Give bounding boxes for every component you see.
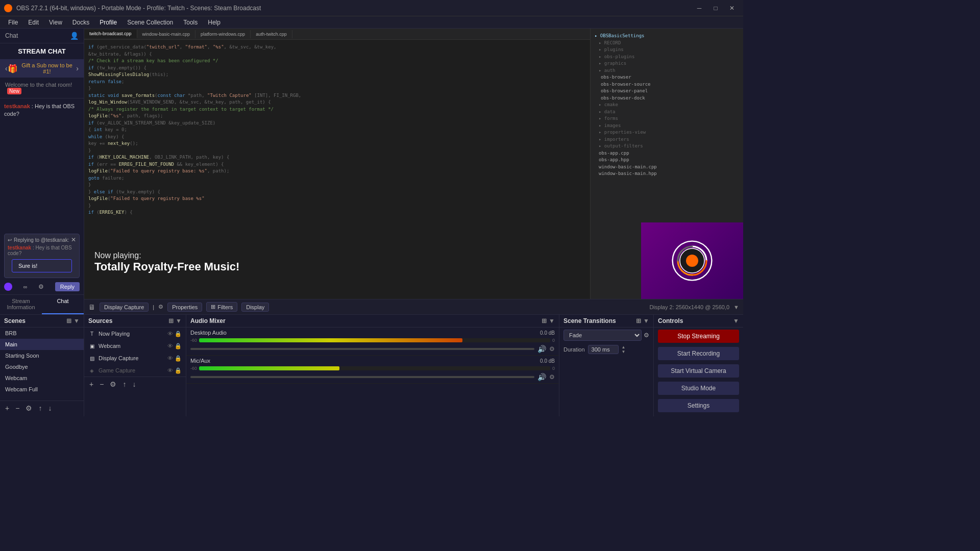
sources-arrow-icon[interactable]: ▼ [176,317,182,324]
menu-tools[interactable]: Tools [179,18,202,27]
menu-view[interactable]: View [45,18,66,27]
scene-webcam-full[interactable]: Webcam Full [0,384,84,395]
scenes-panel-footer: + − ⚙ ↑ ↓ [0,400,84,415]
source-now-playing-controls: 👁 🔒 [167,331,182,337]
scene-brb[interactable]: BRB [0,328,84,339]
obs-icon [4,4,12,12]
now-playing-label: Now playing: [94,251,239,260]
controls-panel-header: Controls ▼ [654,315,743,328]
tab-bar: Stream Information Chat [0,294,84,314]
code-tab-3[interactable]: platform-windows.cpp [195,30,251,38]
reply-header: ↩ Replying to @testkanak: [8,237,76,243]
sources-config-icon[interactable]: ⊞ [168,317,174,324]
mic-aux-label: Mic/Aux [190,358,210,364]
mic-volume-slider[interactable] [190,376,534,378]
menu-docks[interactable]: Docks [68,18,93,27]
settings-button[interactable]: Settings [658,399,739,412]
chat-gift-banner[interactable]: ‹ 🎁 Gift a Sub now to be #1! › [0,59,84,78]
audio-mixer-config-icon[interactable]: ⊞ [542,317,547,324]
eye-icon[interactable]: 👁 [167,355,173,362]
desktop-audio-controls: 🔊 ⚙ [190,345,555,353]
lock-icon[interactable]: 🔒 [175,343,182,349]
audio-track-desktop-header: Desktop Audio 0.0 dB [190,330,555,336]
scene-transitions-header: Scene Transitions ⊞ ▼ [559,315,653,328]
transition-gear-icon[interactable]: ⚙ [644,332,649,339]
display-capture-icon: ▨ [88,355,95,362]
code-tab-4[interactable]: auth-twitch.cpp [251,30,292,38]
scene-goodbye[interactable]: Goodbye [0,361,84,372]
desktop-mute-icon[interactable]: 🔊 [537,345,546,353]
mic-mute-icon[interactable]: 🔊 [537,373,546,381]
duration-input[interactable] [588,345,619,354]
eye-icon[interactable]: 👁 [167,331,173,337]
source-display-capture[interactable]: ▨ Display Capture 👁 🔒 [84,352,186,364]
duration-arrows: ▲ ▼ [622,345,626,354]
source-now-playing[interactable]: T Now Playing 👁 🔒 [84,328,186,340]
maximize-button[interactable]: □ [708,3,723,13]
display-capture-button[interactable]: Display Capture [100,303,149,312]
now-playing-overlay: Now playing: Totally Royalty-Free Music! [94,251,239,273]
code-tab-2[interactable]: window-basic-main.cpp [137,30,196,38]
display-button[interactable]: Display [241,303,269,312]
studio-mode-button[interactable]: Studio Mode [658,382,739,395]
eye-icon[interactable]: 👁 [167,343,173,349]
source-up-button[interactable]: ↑ [120,379,128,389]
reply-close-button[interactable]: ✕ [71,236,76,243]
chat-settings-icon[interactable]: ⚙ [38,283,44,290]
source-add-button[interactable]: + [87,379,95,389]
scene-webcam[interactable]: Webcam [0,372,84,384]
reply-panel: ↩ Replying to @testkanak: ✕ testkanak : … [4,234,80,278]
scenes-arrow-icon[interactable]: ▼ [74,317,80,324]
tab-stream-information[interactable]: Stream Information [0,295,42,314]
tab-chat[interactable]: Chat [42,295,84,314]
menu-profile[interactable]: Profile [95,18,121,27]
transition-dropdown[interactable]: Fade Cut Swipe Slide [564,330,642,341]
stop-streaming-button[interactable]: Stop Streaming [658,330,739,343]
audio-mixer-arrow-icon[interactable]: ▼ [549,317,555,324]
properties-button[interactable]: Properties [167,303,202,312]
scene-down-button[interactable]: ↓ [46,403,54,413]
scene-remove-button[interactable]: − [13,403,21,413]
code-tabs: twitch-broadcast.cpp window-basic-main.c… [84,29,590,40]
start-virtual-camera-button[interactable]: Start Virtual Camera [658,364,739,378]
scene-add-button[interactable]: + [3,403,11,413]
transitions-config-icon[interactable]: ⊞ [636,317,641,324]
menu-file[interactable]: File [4,18,22,27]
code-tab-1[interactable]: twitch-broadcast.cpp [84,30,137,38]
desktop-volume-slider[interactable] [190,348,534,350]
display-dropdown-icon[interactable]: ▼ [733,304,739,310]
desktop-settings-icon[interactable]: ⚙ [549,345,555,353]
start-recording-button[interactable]: Start Recording [658,347,739,360]
filters-button[interactable]: ⊞ Filters [206,302,237,312]
gift-next-arrow[interactable]: › [76,64,79,72]
lock-icon[interactable]: 🔒 [175,355,182,362]
source-settings-button[interactable]: ⚙ [108,379,118,389]
scene-settings-button[interactable]: ⚙ [23,403,34,413]
source-display-capture-label: Display Capture [99,355,138,361]
scene-up-button[interactable]: ↑ [36,403,44,413]
menu-edit[interactable]: Edit [24,18,43,27]
duration-up-arrow[interactable]: ▲ [622,345,626,349]
minimize-button[interactable]: ─ [692,3,706,13]
controls-panel-actions: ▼ [733,317,739,324]
lock-icon[interactable]: 🔒 [175,331,182,337]
source-down-button[interactable]: ↓ [130,379,138,389]
scene-starting-soon[interactable]: Starting Soon [0,350,84,361]
mic-settings-icon[interactable]: ⚙ [549,373,555,381]
scenes-config-icon[interactable]: ⊞ [66,317,71,324]
transitions-arrow-icon[interactable]: ▼ [643,317,649,324]
source-remove-button[interactable]: − [97,379,106,389]
close-button[interactable]: ✕ [725,3,739,13]
eye-hidden-icon[interactable]: 👁 [167,367,173,374]
source-game-capture[interactable]: ◈ Game Capture 👁 🔒 [84,364,186,377]
source-webcam[interactable]: ▣ Webcam 👁 🔒 [84,340,186,352]
lock-icon[interactable]: 🔒 [175,367,182,374]
reply-button[interactable]: Reply [55,282,80,291]
controls-arrow-icon[interactable]: ▼ [733,317,739,324]
scene-main[interactable]: Main [0,339,84,350]
menu-help[interactable]: Help [204,18,225,27]
chat-input[interactable] [18,263,89,269]
menu-scene-collection[interactable]: Scene Collection [123,18,177,27]
duration-down-arrow[interactable]: ▼ [622,350,626,354]
scene-transitions-actions: ⊞ ▼ [636,317,649,324]
